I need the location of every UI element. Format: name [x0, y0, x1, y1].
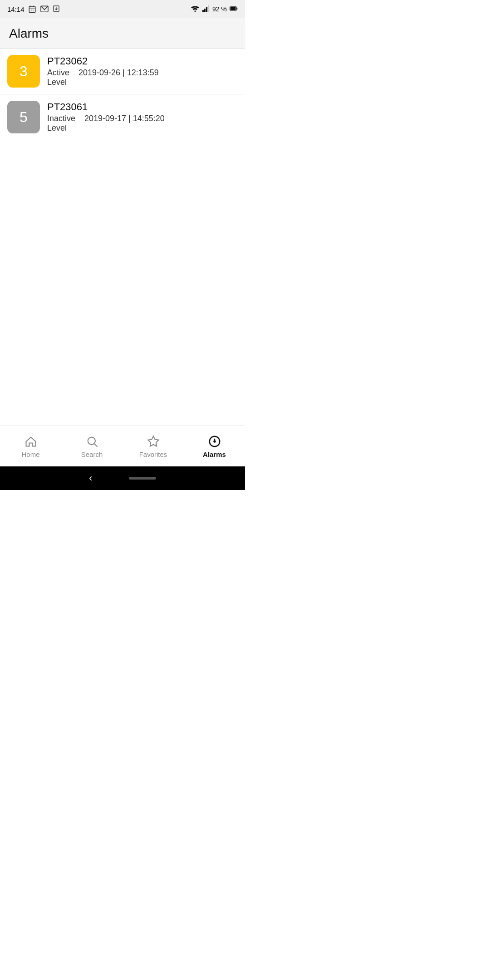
svg-rect-9 — [202, 10, 204, 12]
svg-text:31: 31 — [31, 9, 34, 12]
alarm-name-2: PT23061 — [47, 101, 238, 113]
alarm-date-2: 2019-09-17 | 14:55:20 — [84, 114, 165, 133]
mail-icon — [40, 5, 49, 14]
alarm-meta-2: Inactive Level 2019-09-17 | 14:55:20 — [47, 114, 238, 133]
alarm-name-1: PT23062 — [47, 55, 238, 67]
alarm-status-2: Inactive Level — [47, 114, 75, 133]
signal-icon — [202, 5, 210, 14]
battery-icon — [230, 5, 238, 14]
nav-item-alarms[interactable]: Alarms — [184, 431, 245, 462]
alarms-icon — [207, 434, 222, 449]
svg-rect-10 — [204, 9, 206, 12]
svg-line-17 — [94, 444, 97, 446]
page-title: Alarms — [9, 26, 236, 41]
battery-percentage: 92 % — [212, 5, 227, 13]
home-pill[interactable] — [129, 477, 156, 480]
back-button[interactable]: ‹ — [89, 472, 92, 484]
alarm-list: 3 PT23062 Active Level 2019-09-26 | 12:1… — [0, 49, 245, 426]
svg-marker-18 — [148, 436, 158, 446]
android-nav-bar: ‹ — [0, 466, 245, 490]
svg-point-21 — [214, 441, 215, 442]
page-header: Alarms — [0, 18, 245, 49]
download-icon — [53, 5, 60, 14]
alarm-item-1[interactable]: 3 PT23062 Active Level 2019-09-26 | 12:1… — [0, 49, 245, 94]
alarm-info-1: PT23062 Active Level 2019-09-26 | 12:13:… — [47, 55, 238, 87]
nav-item-home[interactable]: Home — [0, 431, 61, 462]
nav-label-alarms: Alarms — [203, 451, 226, 458]
svg-point-8 — [194, 10, 196, 12]
alarm-status-1: Active Level — [47, 68, 69, 87]
svg-rect-14 — [230, 7, 236, 10]
svg-point-16 — [88, 437, 95, 445]
alarm-badge-1: 3 — [7, 55, 40, 88]
alarm-badge-2: 5 — [7, 101, 40, 133]
bottom-nav: Home Search Favorites Alarms — [0, 426, 245, 466]
favorites-icon — [146, 434, 161, 449]
nav-item-favorites[interactable]: Favorites — [122, 431, 184, 462]
nav-item-search[interactable]: Search — [61, 431, 122, 462]
svg-rect-11 — [206, 7, 207, 12]
status-time: 14:14 — [7, 5, 24, 13]
calendar-icon: 31 — [28, 5, 36, 13]
status-bar: 14:14 31 — [0, 0, 245, 18]
svg-rect-15 — [236, 7, 237, 9]
alarm-item-2[interactable]: 5 PT23061 Inactive Level 2019-09-17 | 14… — [0, 94, 245, 140]
wifi-icon — [191, 5, 200, 14]
nav-label-home: Home — [21, 451, 39, 458]
status-right: 92 % — [191, 5, 238, 14]
nav-label-favorites: Favorites — [139, 451, 167, 458]
alarm-date-1: 2019-09-26 | 12:13:59 — [78, 68, 159, 87]
status-left: 14:14 31 — [7, 5, 60, 14]
alarm-meta-1: Active Level 2019-09-26 | 12:13:59 — [47, 68, 238, 87]
search-icon — [85, 434, 99, 449]
svg-rect-12 — [208, 5, 209, 12]
nav-label-search: Search — [81, 451, 103, 458]
home-icon — [24, 434, 38, 449]
alarm-info-2: PT23061 Inactive Level 2019-09-17 | 14:5… — [47, 101, 238, 133]
